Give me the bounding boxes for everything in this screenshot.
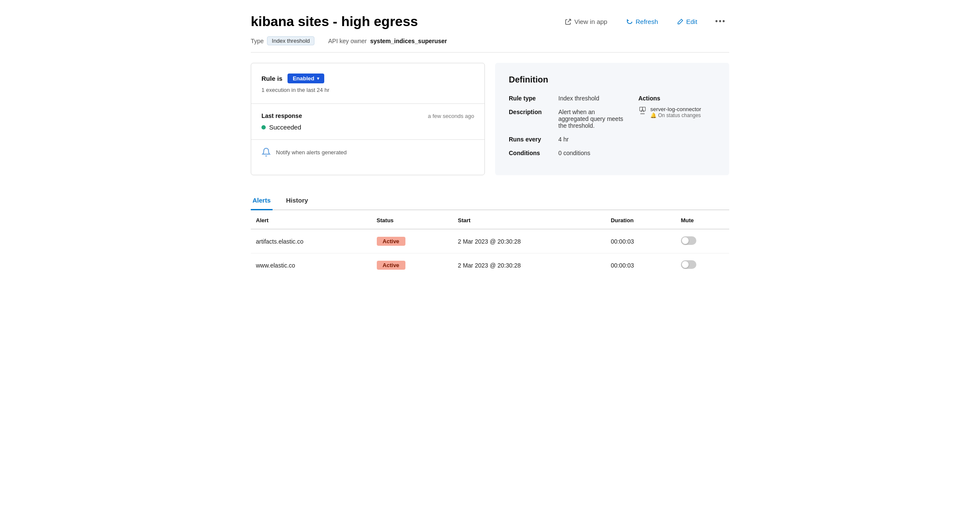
def-rule-type-key: Rule type [509,95,552,102]
page-title: kibana sites - high egress [251,14,418,29]
def-conditions-key: Conditions [509,150,552,156]
col-duration: Duration [606,210,676,229]
alerts-table: Alert Status Start Duration Mute artifac… [251,210,729,277]
status-row: Succeeded [261,124,474,131]
connector-icon-area [638,106,647,115]
last-response-time: a few seconds ago [428,113,474,119]
tab-alerts[interactable]: Alerts [251,192,273,210]
more-options-button[interactable]: ••• [712,15,729,29]
rule-status-section: Rule is Enabled ▾ 1 execution in the las… [251,63,484,104]
api-key-label: API key owner [328,38,367,44]
last-response-section: Last response a few seconds ago Succeede… [251,104,484,140]
edit-icon [677,18,684,25]
rule-panel: Rule is Enabled ▾ 1 execution in the las… [251,63,485,175]
header-actions: View in app Refresh Edit ••• [560,15,729,29]
cell-alert: artifacts.elastic.co [251,229,372,253]
action-entry: server-log-connector 🔔 On status changes [638,106,716,118]
type-badge: Index threshold [267,36,314,45]
connector-details: server-log-connector 🔔 On status changes [650,106,701,118]
cell-duration: 00:00:03 [606,253,676,277]
col-alert: Alert [251,210,372,229]
def-description-val: Alert when an aggregated query meets the… [558,109,625,129]
definition-grid: Rule type Index threshold Description Al… [509,95,716,163]
enabled-label: Enabled [293,75,314,82]
type-label: Type [251,38,264,44]
status-badge: Active [377,237,405,246]
def-runs-every-key: Runs every [509,136,552,143]
def-field-conditions: Conditions 0 conditions [509,150,625,156]
edit-button[interactable]: Edit [672,15,701,28]
actions-label: Actions [638,95,716,102]
notify-section: Notify when alerts generated [251,140,484,165]
enabled-toggle-button[interactable]: Enabled ▾ [288,74,324,83]
table-row: www.elastic.co Active 2 Mar 2023 @ 20:30… [251,253,729,277]
view-in-app-button[interactable]: View in app [560,15,611,28]
connector-icon [638,106,647,115]
table-row: artifacts.elastic.co Active 2 Mar 2023 @… [251,229,729,253]
refresh-button[interactable]: Refresh [622,15,663,28]
cell-duration: 00:00:03 [606,229,676,253]
mute-toggle[interactable] [681,236,696,245]
rule-status-row: Rule is Enabled ▾ [261,74,474,83]
cell-start: 2 Mar 2023 @ 20:30:28 [453,253,606,277]
last-response-label: Last response [261,112,302,119]
definition-left-col: Rule type Index threshold Description Al… [509,95,625,163]
status-badge: Active [377,261,405,270]
rule-is-label: Rule is [261,75,282,82]
more-icon: ••• [715,17,726,26]
status-text: Succeeded [269,124,301,131]
cell-alert: www.elastic.co [251,253,372,277]
cell-status: Active [372,229,453,253]
col-status: Status [372,210,453,229]
execution-text: 1 execution in the last 24 hr [261,87,474,93]
main-panels: Rule is Enabled ▾ 1 execution in the las… [251,63,729,175]
connector-trigger: 🔔 On status changes [650,112,701,118]
connector-name: server-log-connector [650,106,701,112]
cell-mute [676,253,729,277]
tabs-section: Alerts History Alert Status Start Durati… [251,192,729,277]
table-header-row: Alert Status Start Duration Mute [251,210,729,229]
col-start: Start [453,210,606,229]
api-key-value: system_indices_superuser [370,38,447,44]
notify-text: Notify when alerts generated [276,149,346,156]
definition-panel: Definition Rule type Index threshold Des… [495,63,729,175]
tabs-bar: Alerts History [251,192,729,210]
definition-right-col: Actions server-log-connector 🔔 On status… [638,95,716,163]
page-header: kibana sites - high egress View in app R… [251,14,729,29]
definition-title: Definition [509,75,716,85]
mute-toggle[interactable] [681,260,696,269]
def-field-description: Description Alert when an aggregated que… [509,109,625,129]
def-conditions-val: 0 conditions [558,150,590,156]
cell-mute [676,229,729,253]
col-mute: Mute [676,210,729,229]
def-description-key: Description [509,109,552,129]
status-dot [261,125,266,130]
chevron-down-icon: ▾ [317,76,319,81]
def-rule-type-val: Index threshold [558,95,599,102]
tab-history[interactable]: History [285,192,310,210]
meta-row: Type Index threshold API key owner syste… [251,36,729,53]
def-runs-every-val: 4 hr [558,136,569,143]
def-field-runs-every: Runs every 4 hr [509,136,625,143]
cell-status: Active [372,253,453,277]
external-link-icon [565,18,572,25]
bell-icon [261,147,271,157]
refresh-icon [626,18,633,25]
last-response-header: Last response a few seconds ago [261,112,474,119]
def-field-rule-type: Rule type Index threshold [509,95,625,102]
cell-start: 2 Mar 2023 @ 20:30:28 [453,229,606,253]
